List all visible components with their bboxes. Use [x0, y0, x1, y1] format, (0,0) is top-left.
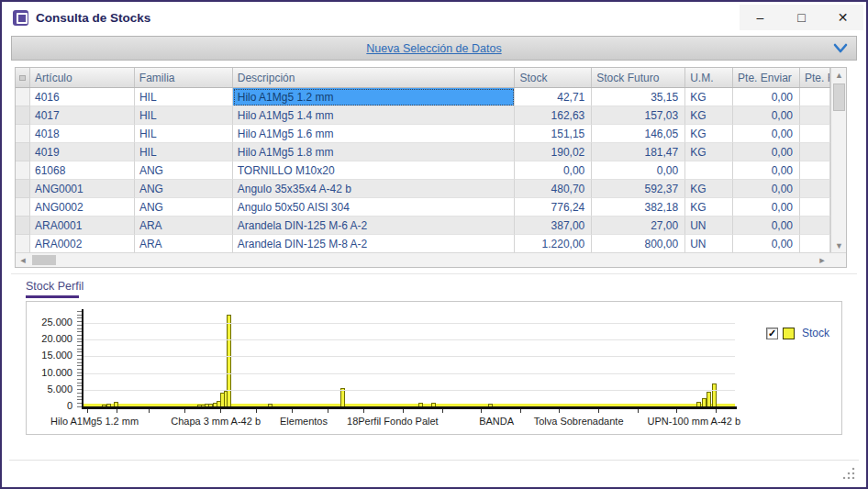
maximize-button[interactable]: □ — [781, 5, 822, 30]
table-cell[interactable] — [800, 106, 830, 125]
table-cell[interactable]: 0,00 — [733, 143, 800, 161]
table-cell[interactable]: KG — [685, 180, 733, 198]
table-cell[interactable]: 592,37 — [592, 180, 685, 198]
table-cell[interactable]: 387,00 — [515, 217, 592, 235]
table-cell[interactable]: 0,00 — [733, 180, 800, 198]
table-cell[interactable]: Hilo A1Mg5 1.8 mm — [233, 143, 516, 161]
table-cell[interactable]: 4016 — [30, 88, 135, 106]
table-cell[interactable]: Arandela DIN-125 M-6 A-2 — [233, 217, 516, 235]
table-cell[interactable]: Angulo 35x35x4 A-42 b — [233, 180, 516, 198]
table-cell[interactable]: ANG — [135, 161, 233, 180]
close-button[interactable]: ✕ — [822, 5, 863, 30]
table-cell[interactable]: ARA0002 — [30, 235, 135, 253]
table-cell[interactable]: 0,00 — [515, 161, 592, 180]
row-selector[interactable] — [16, 125, 30, 143]
table-cell[interactable]: 0,00 — [592, 161, 685, 180]
vertical-scroll-thumb[interactable] — [833, 83, 845, 111]
table-cell[interactable]: KG — [685, 125, 733, 143]
table-cell[interactable]: KG — [685, 198, 733, 217]
table-cell[interactable]: HIL — [135, 88, 233, 106]
chevron-down-icon[interactable] — [832, 42, 849, 55]
table-cell[interactable]: 151,15 — [515, 125, 592, 143]
table-cell[interactable]: 42,71 — [515, 88, 592, 106]
table-cell[interactable]: 4018 — [30, 125, 135, 143]
column-header-u-m-[interactable]: U.M. — [685, 68, 733, 87]
table-cell[interactable]: UN — [685, 235, 733, 253]
tab-stock-perfil[interactable]: Stock Perfil — [26, 280, 83, 293]
table-cell[interactable]: 4017 — [30, 106, 135, 125]
table-cell[interactable]: ANG — [135, 198, 233, 217]
vertical-scrollbar[interactable]: ▲ ▼ — [830, 68, 846, 253]
column-header-stock-futuro[interactable]: Stock Futuro — [592, 68, 685, 87]
table-cell[interactable]: 35,15 — [592, 88, 685, 106]
table-cell[interactable]: 0,00 — [733, 125, 800, 143]
row-selector[interactable] — [16, 88, 30, 106]
table-cell[interactable]: ARA — [135, 235, 233, 253]
column-header-descripci-n[interactable]: Descripción — [233, 68, 516, 87]
table-cell[interactable]: Hilo A1Mg5 1.6 mm — [233, 125, 516, 143]
table-cell[interactable]: 162,63 — [515, 106, 592, 125]
table-cell[interactable]: 0,00 — [733, 161, 800, 180]
table-cell[interactable]: 4019 — [30, 143, 135, 161]
horizontal-scroll-thumb[interactable] — [32, 255, 56, 265]
column-header-art-culo[interactable]: Artículo — [30, 68, 135, 87]
table-cell[interactable]: Angulo 50x50 AISI 304 — [233, 198, 516, 217]
table-cell[interactable]: ANG0001 — [30, 180, 135, 198]
legend-checkbox[interactable]: ✓ — [766, 328, 778, 339]
table-cell[interactable] — [800, 198, 830, 217]
table-cell[interactable] — [800, 180, 830, 198]
table-cell[interactable]: Hilo A1Mg5 1.2 mm — [233, 88, 516, 106]
row-selector[interactable] — [16, 180, 30, 198]
table-cell[interactable]: 157,03 — [592, 106, 685, 125]
table-cell[interactable]: Hilo A1Mg5 1.4 mm — [233, 106, 516, 125]
table-cell[interactable]: 800,00 — [592, 235, 685, 253]
row-selector[interactable] — [16, 143, 30, 161]
table-cell[interactable] — [800, 88, 830, 106]
column-header-pte-enviar[interactable]: Pte. Enviar — [733, 68, 800, 87]
table-cell[interactable]: 0,00 — [733, 235, 800, 253]
table-cell[interactable]: 480,70 — [515, 180, 592, 198]
table-cell[interactable]: UN — [685, 217, 733, 235]
resize-grip-icon[interactable] — [843, 467, 855, 479]
row-selector[interactable] — [16, 106, 30, 125]
row-selector[interactable] — [16, 235, 30, 253]
table-cell[interactable]: KG — [685, 106, 733, 125]
table-cell[interactable] — [800, 143, 830, 161]
row-selector[interactable] — [16, 217, 30, 235]
table-cell[interactable]: 190,02 — [515, 143, 592, 161]
table-cell[interactable] — [685, 161, 733, 180]
column-header-stock[interactable]: Stock — [515, 68, 592, 87]
scroll-right-icon[interactable]: ▸ — [815, 253, 829, 267]
table-cell[interactable]: Arandela DIN-125 M-8 A-2 — [233, 235, 516, 253]
table-cell[interactable]: KG — [685, 143, 733, 161]
column-header-familia[interactable]: Familia — [135, 68, 233, 87]
table-cell[interactable] — [800, 217, 830, 235]
table-cell[interactable]: HIL — [135, 143, 233, 161]
table-cell[interactable]: ARA — [135, 217, 233, 235]
column-header-pte-r[interactable]: Pte. R — [800, 68, 830, 87]
table-cell[interactable]: HIL — [135, 106, 233, 125]
table-cell[interactable]: 0,00 — [733, 198, 800, 217]
row-selector[interactable] — [16, 198, 30, 217]
minimize-button[interactable]: – — [740, 5, 781, 30]
row-selector[interactable] — [16, 161, 30, 180]
table-cell[interactable]: 0,00 — [733, 106, 800, 125]
table-cell[interactable]: ARA0001 — [30, 217, 135, 235]
table-cell[interactable]: 0,00 — [733, 88, 800, 106]
table-cell[interactable]: 0,00 — [733, 217, 800, 235]
table-cell[interactable]: 27,00 — [592, 217, 685, 235]
table-cell[interactable] — [800, 235, 830, 253]
table-cell[interactable]: 146,05 — [592, 125, 685, 143]
new-selection-link[interactable]: Nueva Selección de Datos — [366, 42, 501, 55]
table-cell[interactable] — [800, 161, 830, 180]
table-cell[interactable]: 382,18 — [592, 198, 685, 217]
table-cell[interactable] — [800, 125, 830, 143]
table-cell[interactable]: ANG0002 — [30, 198, 135, 217]
scroll-down-icon[interactable]: ▼ — [831, 239, 847, 253]
table-cell[interactable]: TORNILLO M10x20 — [233, 161, 516, 180]
table-cell[interactable]: 61068 — [30, 161, 135, 180]
scroll-up-icon[interactable]: ▲ — [831, 68, 847, 83]
table-cell[interactable]: HIL — [135, 125, 233, 143]
table-cell[interactable]: KG — [685, 88, 733, 106]
table-cell[interactable]: 181,47 — [592, 143, 685, 161]
